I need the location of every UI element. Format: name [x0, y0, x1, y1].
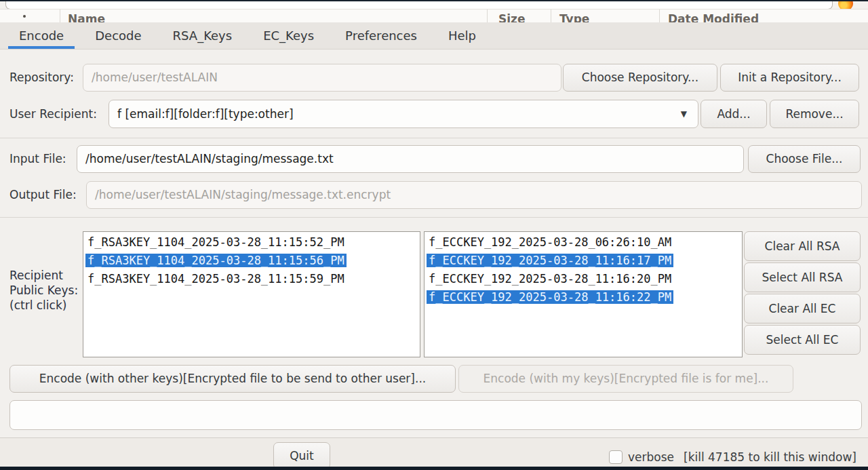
output-file-field: /home/user/testALAIN/staging/message.txt… [86, 181, 862, 209]
input-file-field[interactable]: /home/user/testALAIN/staging/message.txt [77, 145, 744, 173]
rsa-key-item[interactable]: f_RSA3KEY_1104_2025-03-28_11:15:52_PM [83, 233, 420, 252]
repository-label: Repository: [9, 64, 74, 92]
recipient-keys-label-line2: Public Keys: [9, 283, 78, 298]
kill-note: [kill 47185 to kill this window] [684, 449, 856, 465]
clipped-text-fragment [23, 15, 26, 18]
user-recipient-value: f [email:f][folder:f][type:other] [117, 107, 294, 121]
section-divider [0, 138, 868, 138]
ec-key-item[interactable]: f_ECCKEY_192_2025-03-28_06:26:10_AM [425, 233, 742, 252]
tab-encode[interactable]: Encode [3, 22, 79, 49]
encryption-app-window: Encode Decode RSA_Keys EC_Keys Preferenc… [0, 22, 868, 467]
tab-ec-keys[interactable]: EC_Keys [248, 22, 330, 49]
ec-keys-listbox[interactable]: f_ECCKEY_192_2025-03-28_06:26:10_AM f_EC… [424, 231, 743, 357]
bottom-window-edge [0, 467, 868, 470]
rsa-key-item[interactable]: f_RSA3KEY_1104_2025-03-28_11:15:59_PM [83, 270, 420, 288]
column-header-size: Size [498, 12, 526, 22]
input-file-label: Input File: [9, 145, 66, 173]
tab-preferences[interactable]: Preferences [330, 22, 433, 49]
add-recipient-button[interactable]: Add... [701, 100, 767, 128]
recipient-keys-label-line3: (ctrl click) [9, 298, 78, 313]
rsa-keys-listbox[interactable]: f_RSA3KEY_1104_2025-03-28_11:15:52_PM f_… [83, 231, 420, 357]
status-message-field[interactable] [9, 400, 862, 430]
clear-all-rsa-button[interactable]: Clear All RSA [744, 231, 861, 261]
ec-key-item-selected[interactable]: f_ECCKEY_192_2025-03-28_11:16:22_PM [425, 288, 742, 307]
select-all-ec-button[interactable]: Select All EC [744, 325, 861, 355]
section-divider [0, 217, 868, 218]
recipient-keys-label: Recipient Public Keys: (ctrl click) [9, 268, 78, 313]
column-header-type: Type [559, 12, 589, 22]
column-divider [60, 9, 60, 22]
repository-field: /home/user/testALAIN [83, 64, 561, 92]
user-recipient-label: User Recipient: [9, 100, 97, 128]
column-divider [487, 9, 488, 22]
column-header-name: Name [68, 12, 105, 22]
output-file-label: Output File: [9, 181, 77, 209]
screen: Name Size Type Date Modified Encode Deco… [0, 0, 868, 470]
tab-help[interactable]: Help [433, 22, 492, 49]
tab-rsa-keys[interactable]: RSA_Keys [157, 22, 248, 49]
select-all-rsa-button[interactable]: Select All RSA [744, 262, 861, 292]
choose-file-button[interactable]: Choose File... [748, 145, 861, 173]
verbose-checkbox[interactable] [609, 450, 623, 464]
verbose-label: verbose [628, 449, 674, 465]
rsa-key-item-selected[interactable]: f_RSA3KEY_1104_2025-03-28_11:15:56_PM [83, 252, 420, 270]
init-repository-button[interactable]: Init a Repository... [720, 64, 859, 92]
user-recipient-combobox[interactable]: f [email:f][folder:f][type:other] ▼ [108, 100, 698, 128]
top-window-edge [0, 0, 868, 1]
column-header-date-modified: Date Modified [668, 12, 759, 22]
recipient-keys-label-line1: Recipient [9, 268, 78, 283]
column-divider [551, 9, 551, 22]
tab-decode[interactable]: Decode [79, 22, 157, 49]
ec-key-item[interactable]: f_ECCKEY_192_2025-03-28_11:16:20_PM [425, 270, 742, 288]
choose-repository-button[interactable]: Choose Repository... [563, 64, 717, 92]
chevron-down-icon[interactable]: ▼ [681, 100, 687, 128]
encode-with-my-keys-button: Encode (with my keys)[Encrypted file is … [458, 365, 793, 393]
bottom-bar: Quit verbose [kill 47185 to kill this wi… [0, 437, 868, 467]
remove-recipient-button[interactable]: Remove... [770, 100, 859, 128]
column-divider [659, 9, 660, 22]
quit-button[interactable]: Quit [273, 442, 330, 469]
clear-all-ec-button[interactable]: Clear All EC [744, 294, 861, 324]
background-window-sliver: Name Size Type Date Modified [0, 0, 868, 22]
ec-key-item-selected[interactable]: f_ECCKEY_192_2025-03-28_11:16:17_PM [425, 252, 742, 270]
tab-bar: Encode Decode RSA_Keys EC_Keys Preferenc… [0, 22, 868, 50]
file-list-header-row: Name Size Type Date Modified [0, 9, 868, 22]
encode-with-other-keys-button[interactable]: Encode (with other keys)[Encrypted file … [9, 365, 456, 393]
